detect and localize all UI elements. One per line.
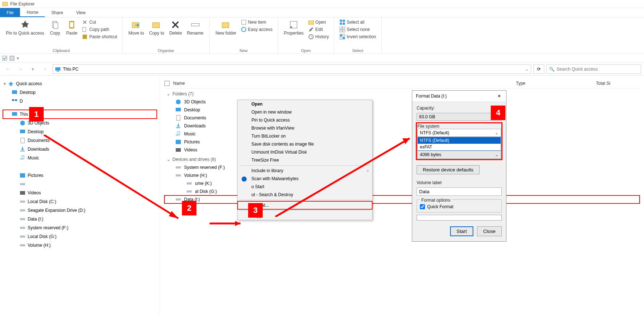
properties-button[interactable]: Properties (282, 19, 306, 36)
refresh-button[interactable]: ⟳ (533, 64, 544, 74)
svg-rect-35 (21, 138, 24, 143)
drive-icon (20, 234, 25, 239)
tab-view[interactable]: View (69, 8, 92, 17)
select-none-button[interactable]: Select none (338, 26, 378, 33)
volume-label-input[interactable] (417, 187, 502, 196)
recent-button[interactable]: ▾ (28, 64, 38, 74)
forward-button[interactable]: → (15, 64, 25, 74)
label: History (315, 34, 329, 39)
drive-icon (20, 199, 25, 205)
address-bar[interactable]: This PC ⌄ (52, 64, 531, 74)
svg-line-59 (275, 138, 410, 217)
tab-file[interactable]: File (0, 8, 20, 17)
chevron-down-icon[interactable]: ▾ (17, 56, 19, 61)
svg-rect-31 (57, 71, 59, 72)
sidebar-item-3d-objects[interactable]: 3D Objects (3, 119, 157, 127)
label: Folders (7) (172, 91, 194, 96)
list-item[interactable]: Downloads (164, 122, 640, 130)
ctx-pin-quick-access[interactable]: Pin to Quick access (238, 116, 372, 124)
rename-button[interactable]: Rename (185, 19, 206, 36)
format-options-fieldset: Format options Quick Format (417, 199, 502, 213)
history-button[interactable]: History (307, 33, 330, 40)
sidebar-item-local-g[interactable]: Local Disk (G:) (3, 232, 157, 241)
download-icon (20, 146, 25, 152)
quick-format-checkbox[interactable] (420, 204, 425, 209)
col-size[interactable]: Total Si (596, 81, 610, 86)
sidebar-item-vol-h[interactable]: Volume (H:) (3, 241, 157, 250)
list-item[interactable]: Documents (164, 114, 640, 122)
label: Pictures (28, 173, 43, 178)
back-button[interactable]: ← (3, 64, 13, 74)
edit-button[interactable]: Edit (307, 26, 330, 33)
ctx-open[interactable]: Open (238, 100, 372, 108)
chevron-down-icon[interactable]: ⌄ (525, 67, 529, 72)
sidebar-item-d[interactable]: D (3, 97, 157, 106)
copy-path-button[interactable]: Copy path (80, 26, 119, 33)
sub-toolbar: ▾ (0, 54, 644, 63)
select-all-button[interactable]: Select all (338, 19, 378, 25)
svg-rect-19 (343, 23, 345, 25)
new-folder-button[interactable]: New folder (213, 19, 238, 36)
list-item[interactable]: 3D Objects (164, 98, 640, 106)
delete-button[interactable]: Delete (167, 19, 184, 36)
ribbon-group-organise: Move to Copy to Delete Rename Organise (123, 17, 210, 54)
label: Delete (169, 31, 182, 36)
svg-rect-33 (12, 112, 17, 116)
col-type[interactable]: Type (516, 81, 525, 86)
search-icon: 🔍 (549, 67, 554, 72)
close-button[interactable]: Close (477, 226, 502, 236)
svg-rect-10 (222, 23, 229, 28)
drive-icon (20, 181, 25, 187)
paste-button[interactable]: Paste (64, 19, 80, 36)
start-button[interactable]: Start (450, 226, 473, 236)
svg-rect-41 (20, 218, 25, 220)
ctx-browse-irfanview[interactable]: Browse with IrfanView (238, 124, 372, 132)
easy-access-button[interactable]: Easy access (239, 26, 274, 33)
select-all-checkbox[interactable] (164, 81, 170, 86)
chevron-down-icon: ▾ (4, 81, 6, 86)
move-to-button[interactable]: Move to (126, 19, 146, 36)
tab-home[interactable]: Home (20, 8, 45, 17)
group-label: Clipboard (53, 48, 70, 53)
close-icon[interactable]: ✕ (496, 93, 502, 99)
open-button[interactable]: Open (307, 19, 330, 25)
ctx-open-new-window[interactable]: Open in new window (238, 108, 372, 116)
svg-rect-27 (340, 37, 342, 39)
sidebar-item-this-pc[interactable]: This PC (3, 110, 157, 119)
fs-option-exfat[interactable]: exFAT (418, 144, 501, 150)
svg-rect-38 (20, 191, 25, 195)
checkbox-icon[interactable] (2, 56, 7, 61)
svg-rect-45 (176, 108, 181, 111)
restore-defaults-button[interactable]: Restore device defaults (417, 165, 480, 174)
list-item[interactable]: Desktop (164, 106, 640, 114)
group-folders[interactable]: ⌄ Folders (7) (164, 88, 640, 98)
drive-icon (20, 207, 25, 213)
tab-share[interactable]: Share (45, 8, 69, 17)
file-system-select[interactable]: NTFS (Default) ⌄ (417, 129, 501, 137)
label: Edit (315, 27, 323, 32)
allocation-select[interactable]: 4096 bytes ⌄ (417, 151, 501, 159)
chevron-down-icon: ⌄ (167, 91, 170, 96)
col-name[interactable]: Name (173, 81, 185, 86)
paste-shortcut-button[interactable]: Paste shortcut (80, 33, 119, 40)
chevron-down-icon: ⌄ (495, 152, 498, 157)
new-item-button[interactable]: New item (239, 19, 274, 25)
sidebar-item-desktop[interactable]: Desktop (3, 88, 157, 97)
svg-rect-17 (343, 20, 345, 22)
view-mode-icon[interactable] (9, 56, 15, 61)
search-box[interactable]: 🔍 Search Quick access (546, 64, 641, 74)
cut-button[interactable]: Cut (80, 19, 119, 25)
pin-quick-access-button[interactable]: Pin to Quick access (4, 19, 46, 36)
capacity-select[interactable]: 83.0 GB ⌄ (417, 113, 502, 121)
ribbon-tabs: File Home Share View (0, 8, 644, 17)
sidebar-item-quick-access[interactable]: ▾ Quick access (3, 79, 157, 88)
invert-selection-button[interactable]: Invert selection (338, 33, 378, 40)
label: Quick access (16, 81, 42, 86)
up-button[interactable]: ↑ (40, 64, 50, 74)
malwarebytes-icon (241, 176, 247, 182)
label: Copy to (149, 31, 164, 36)
copy-to-button[interactable]: Copy to (147, 19, 166, 36)
copy-button[interactable]: Copy (47, 19, 63, 36)
svg-point-12 (242, 27, 246, 32)
fs-option-ntfs[interactable]: NTFS (Default) (418, 137, 501, 144)
